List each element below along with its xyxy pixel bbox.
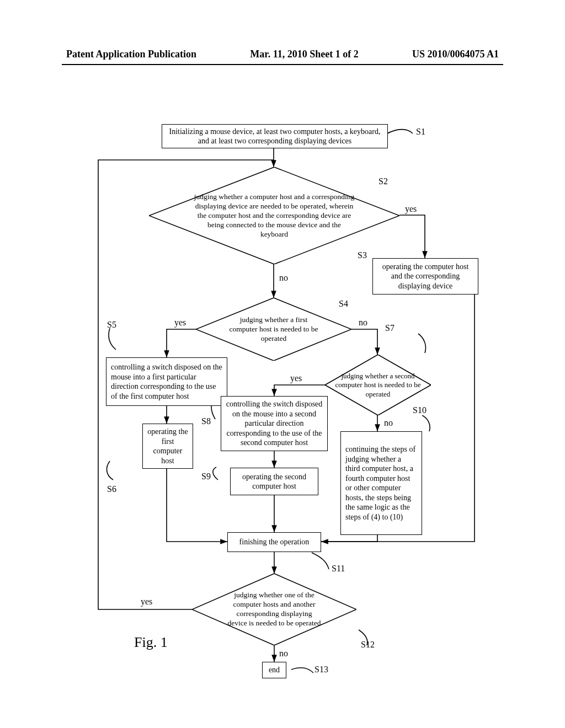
branch-s7-no: no [384, 418, 393, 428]
label-s7: S7 [385, 323, 395, 333]
label-s1: S1 [416, 127, 425, 137]
step-s13: end [262, 662, 286, 678]
label-s3: S3 [358, 250, 367, 260]
step-s4-text: judging whether a first computer host is… [228, 315, 319, 344]
step-s13-text: end [269, 665, 280, 675]
step-s3: operating the computer host and the corr… [372, 258, 478, 295]
branch-s4-no: no [359, 318, 367, 328]
branch-s12-yes: yes [141, 597, 152, 607]
step-s1: Initializing a mouse device, at least tw… [162, 124, 388, 148]
step-s2-text: judging whether a computer host and a co… [193, 192, 355, 239]
step-s9: operating the second computer host [230, 468, 318, 495]
step-s10-text: continuing the steps of judging whether … [345, 445, 417, 522]
label-s6: S6 [107, 484, 116, 494]
step-s6-text: operating the first computer host [147, 427, 188, 465]
step-s3-text: operating the computer host and the corr… [377, 262, 473, 291]
step-s11-text: finishing the operation [239, 537, 310, 547]
step-s2: judging whether a computer host and a co… [149, 167, 399, 264]
step-s4: judging whether a first computer host is… [196, 298, 351, 361]
label-s12: S12 [361, 640, 375, 650]
step-s12: judging whether one of the computer host… [192, 574, 356, 645]
label-s8: S8 [201, 416, 211, 426]
step-s1-text: Initializing a mouse device, at least tw… [167, 127, 383, 146]
branch-s2-yes: yes [405, 204, 417, 214]
step-s10: continuing the steps of judging whether … [340, 431, 422, 535]
branch-s2-no: no [279, 273, 288, 283]
figure-caption: Fig. 1 [134, 634, 168, 651]
step-s11: finishing the operation [227, 532, 321, 552]
step-s6: operating the first computer host [142, 424, 193, 469]
label-s13: S13 [315, 665, 328, 675]
label-s2: S2 [379, 176, 388, 186]
step-s5-text: controlling a switch disposed on the mou… [111, 362, 222, 401]
step-s7-text: judging whether a second computer host i… [334, 372, 421, 399]
step-s5: controlling a switch disposed on the mou… [106, 357, 227, 406]
label-s4: S4 [339, 299, 348, 309]
step-s8-text: controlling the switch disposed on the m… [226, 399, 323, 448]
branch-s12-no: no [279, 649, 288, 659]
page: Patent Application Publication Mar. 11, … [0, 0, 565, 728]
step-s12-text: judging whether one of the computer host… [227, 591, 322, 628]
branch-s4-yes: yes [174, 318, 186, 328]
label-s9: S9 [201, 472, 211, 481]
label-s5: S5 [107, 320, 116, 330]
label-s10: S10 [413, 405, 427, 415]
step-s9-text: operating the second computer host [235, 472, 313, 491]
label-s11: S11 [332, 564, 345, 574]
step-s8: controlling the switch disposed on the m… [221, 396, 328, 451]
branch-s7-yes: yes [290, 373, 302, 383]
